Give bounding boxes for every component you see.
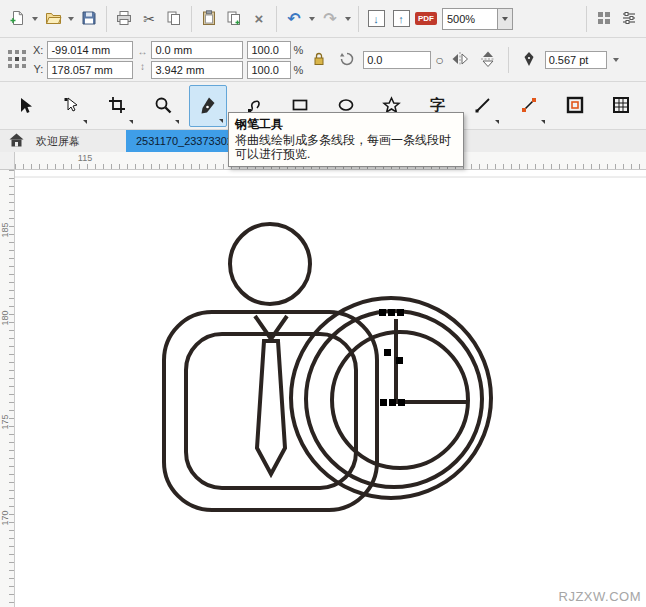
zoom-level-select[interactable]: 500% xyxy=(442,8,513,30)
x-label: X: xyxy=(33,44,43,56)
print-button[interactable] xyxy=(112,6,136,32)
width-arrow-icon: ↔ xyxy=(137,47,147,57)
zoom-tool[interactable] xyxy=(144,85,182,127)
save-button[interactable] xyxy=(77,6,101,32)
delete-icon: × xyxy=(255,11,264,26)
outline-tool-icon xyxy=(566,96,584,116)
redo-dropdown[interactable] xyxy=(343,6,353,32)
rotate-icon xyxy=(339,51,355,69)
magnifier-icon xyxy=(154,96,172,116)
undo-button[interactable]: ↶ xyxy=(282,6,306,32)
object-origin-button[interactable] xyxy=(5,47,29,73)
figure-body-inner-shape[interactable] xyxy=(186,334,356,488)
ruler-number: 175 xyxy=(0,409,12,435)
shape-tool[interactable] xyxy=(52,85,90,127)
pen-tool[interactable] xyxy=(189,85,227,127)
zoom-dropdown-icon[interactable] xyxy=(498,8,513,30)
rotate-button[interactable] xyxy=(335,47,359,73)
tooltip-line: 可以进行预览. xyxy=(235,148,457,162)
connector-tool-icon xyxy=(520,96,538,116)
export-button[interactable]: ↑ xyxy=(389,6,413,32)
tooltip-line: 将曲线绘制成多条线段，每画一条线段时 xyxy=(235,134,457,148)
pen-tool-tooltip: 钢笔工具 将曲线绘制成多条线段，每画一条线段时 可以进行预览. xyxy=(228,112,464,167)
undo-dropdown[interactable] xyxy=(307,6,317,32)
options-button[interactable] xyxy=(617,6,641,32)
paste-icon xyxy=(201,10,217,28)
vertical-ruler[interactable]: 185 180 175 170 xyxy=(0,170,15,607)
crop-tool[interactable] xyxy=(98,85,136,127)
pick-tool-icon xyxy=(16,96,34,116)
percent-x-label: % xyxy=(293,44,303,56)
table-tool[interactable] xyxy=(602,85,640,127)
artwork-svg xyxy=(15,170,646,607)
application-launcher-button[interactable] xyxy=(592,6,616,32)
new-document-dropdown[interactable] xyxy=(30,6,40,32)
ruler-number: 115 xyxy=(74,153,96,163)
scale-x-input[interactable]: 100.0 xyxy=(247,41,291,59)
outline-width-dropdown[interactable] xyxy=(611,47,621,73)
percent-y-label: % xyxy=(293,64,303,76)
connector-tool[interactable] xyxy=(510,85,548,127)
coreldraw-window: ✂ × ↶ ↷ ↓ ↑ PDF xyxy=(0,0,646,607)
figure-tie-shape[interactable] xyxy=(257,341,285,474)
figure-head-shape[interactable] xyxy=(230,224,310,304)
object-origin-grid-icon xyxy=(6,48,28,72)
open-button[interactable] xyxy=(41,6,65,32)
redo-icon: ↷ xyxy=(323,11,336,27)
outline-tool[interactable] xyxy=(556,85,594,127)
curve-edit-nodes[interactable] xyxy=(379,309,405,406)
drawing-canvas[interactable]: RJZXW.COM xyxy=(15,170,646,607)
redo-button[interactable]: ↷ xyxy=(318,6,342,32)
duplicate-button[interactable] xyxy=(222,6,246,32)
y-position-input[interactable]: 178.057 mm xyxy=(47,61,133,79)
lock-icon xyxy=(311,51,327,69)
shape-tool-icon xyxy=(62,96,80,116)
new-document-button[interactable] xyxy=(5,6,29,32)
toolbar-separator xyxy=(106,6,107,32)
print-icon xyxy=(116,10,132,28)
position-labels: X: Y: xyxy=(33,44,43,75)
x-position-input[interactable]: -99.014 mm xyxy=(47,41,133,59)
home-icon xyxy=(9,133,24,149)
application-launcher-icon xyxy=(596,10,612,28)
save-icon xyxy=(81,10,97,28)
mirror-vertical-button[interactable] xyxy=(476,47,500,73)
welcome-home-button[interactable] xyxy=(4,131,28,151)
copy-icon xyxy=(166,10,182,28)
object-height-input[interactable]: 3.942 mm xyxy=(151,61,243,79)
import-button[interactable]: ↓ xyxy=(364,6,388,32)
scale-y-input[interactable]: 100.0 xyxy=(247,61,291,79)
options-icon xyxy=(621,10,637,28)
tab-welcome[interactable]: 欢迎屏幕 xyxy=(34,132,82,151)
line-tool[interactable] xyxy=(464,85,502,127)
toolbar-separator xyxy=(358,6,359,32)
lock-ratio-button[interactable] xyxy=(307,47,331,73)
rotation-angle-input[interactable]: 0.0 xyxy=(363,51,431,69)
cut-button[interactable]: ✂ xyxy=(137,6,161,32)
ruler-number: 180 xyxy=(0,305,12,331)
pick-tool[interactable] xyxy=(6,85,44,127)
outline-width-input[interactable]: 0.567 pt xyxy=(545,51,607,69)
line-tool-icon xyxy=(474,96,492,116)
tooltip-title: 钢笔工具 xyxy=(235,116,457,133)
rotation-center-icon[interactable]: ○ xyxy=(435,53,443,67)
mirror-horizontal-button[interactable] xyxy=(448,47,472,73)
open-folder-icon xyxy=(45,10,62,28)
y-label: Y: xyxy=(34,63,44,75)
open-dropdown[interactable] xyxy=(66,6,76,32)
ruler-origin-corner[interactable] xyxy=(0,152,15,170)
paste-button[interactable] xyxy=(197,6,221,32)
copy-button[interactable] xyxy=(162,6,186,32)
watermark-text: RJZXW.COM xyxy=(559,589,642,604)
toolbar-separator xyxy=(276,6,277,32)
new-document-icon xyxy=(9,10,25,28)
object-width-input[interactable]: 0.0 mm xyxy=(151,41,243,59)
pen-tool-icon xyxy=(199,96,217,116)
scissors-icon: ✂ xyxy=(143,12,155,26)
toolbar-separator xyxy=(191,6,192,32)
outline-width-button[interactable] xyxy=(517,47,541,73)
zoom-level-value[interactable]: 500% xyxy=(442,8,498,30)
delete-button[interactable]: × xyxy=(247,6,271,32)
property-bar: X: Y: -99.014 mm 178.057 mm ↔ ↕ 0.0 mm 3… xyxy=(0,38,646,82)
publish-pdf-button[interactable]: PDF xyxy=(414,6,438,32)
